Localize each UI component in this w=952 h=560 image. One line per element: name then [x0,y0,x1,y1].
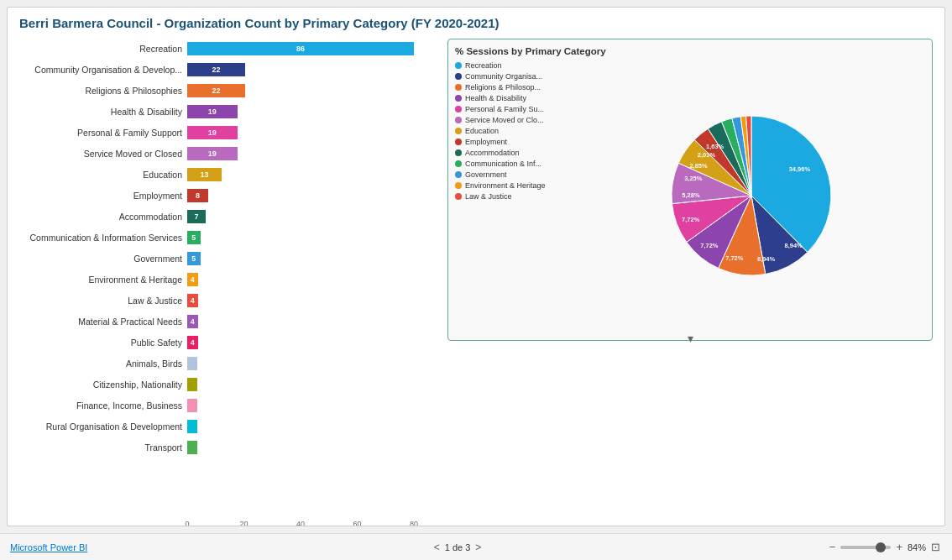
bar-chart-section: Recreation86Community Organisation & Dev… [19,39,439,518]
bar-row[interactable]: Environment & Heritage4 [19,270,439,289]
legend-dot [455,84,462,91]
bar-container: 4 [187,273,439,286]
zoom-level: 84% [908,542,926,552]
pie-label: 3,25% [684,175,703,182]
legend-label: Law & Justice [465,192,512,201]
bar-fill [187,357,197,370]
pie-label: 5,28% [682,191,700,199]
legend-label: Accommodation [465,149,520,157]
legend-item[interactable]: Recreation [455,61,577,70]
pie-legend: RecreationCommunity Organisa...Religions… [455,61,577,330]
pie-label: 2,85% [689,162,708,170]
bar-label: Religions & Philosophies [19,86,187,96]
bar-fill: 22 [187,84,245,97]
pie-svg: 34,96%8,94%8,94%7,72%7,72%7,72%5,28%3,25… [659,103,844,288]
bar-row[interactable]: Health & Disability19 [19,102,439,121]
bar-row[interactable]: Employment8 [19,186,439,205]
bar-label: Law & Justice [19,296,187,306]
bar-container: 22 [187,63,439,76]
legend-dot [455,160,462,167]
bar-row[interactable]: Community Organisation & Develop...22 [19,60,439,79]
bar-container [187,357,439,370]
legend-label: Service Moved or Clo... [465,116,544,124]
pie-label: 8,94% [784,242,803,249]
x-tick: 60 [353,520,361,526]
bar-fill: 86 [187,42,414,55]
legend-dot [455,182,462,189]
pie-scroll-indicator[interactable]: ▾ [455,332,925,345]
bar-label: Communication & Information Services [19,233,187,243]
legend-dot [455,117,462,123]
legend-item[interactable]: Religions & Philosop... [455,83,577,92]
bar-container: 8 [187,189,439,202]
legend-item[interactable]: Government [455,170,577,179]
zoom-in-button[interactable]: + [894,541,904,553]
bar-row[interactable]: Public Safety4 [19,332,439,352]
bar-row[interactable]: Education13 [19,165,439,184]
x-tick: 80 [410,520,418,526]
bar-row[interactable]: Citizenship, Nationality [19,374,439,394]
bar-fill: 4 [187,336,198,349]
legend-label: Education [465,127,499,135]
legend-item[interactable]: Education [455,127,577,135]
legend-item[interactable]: Personal & Family Su... [455,105,577,113]
bar-fill: 4 [187,315,198,328]
legend-item[interactable]: Environment & Heritage [455,181,577,190]
bottom-bar: Microsoft Power BI < 1 de 3 > − + 84% ⊡ [0,533,952,560]
bar-row[interactable]: Accommodation7 [19,207,439,226]
bar-row[interactable]: Material & Practical Needs4 [19,311,439,331]
pie-section: % Sessions by Primary Category Recreatio… [447,39,933,518]
legend-label: Environment & Heritage [465,181,546,190]
prev-page-button[interactable]: < [434,542,440,553]
bar-container: 7 [187,210,439,223]
pie-card: % Sessions by Primary Category Recreatio… [447,39,933,341]
legend-dot [455,139,462,145]
bar-label: Recreation [19,44,187,54]
bar-row[interactable]: Law & Justice4 [19,290,439,310]
bar-row[interactable]: Religions & Philosophies22 [19,81,439,100]
next-page-button[interactable]: > [475,542,481,553]
bar-row[interactable]: Finance, Income, Business [19,395,439,415]
bar-row[interactable]: Recreation86 [19,39,439,58]
zoom-out-button[interactable]: − [828,541,838,553]
bar-container [187,441,439,454]
page-title: Berri Barmera Council - Organization Cou… [19,16,933,30]
legend-item[interactable]: Accommodation [455,149,577,157]
legend-item[interactable]: Employment [455,138,577,146]
legend-item[interactable]: Service Moved or Clo... [455,116,577,124]
powerbi-brand-link[interactable]: Microsoft Power BI [10,542,87,552]
bar-row[interactable]: Service Moved or Closed19 [19,144,439,163]
bar-row[interactable]: Communication & Information Services5 [19,228,439,247]
main-panel: Berri Barmera Council - Organization Cou… [7,7,945,526]
bar-container: 13 [187,168,439,181]
legend-item[interactable]: Communication & Inf... [455,160,577,168]
bar-label: Material & Practical Needs [19,317,187,327]
legend-item[interactable]: Community Organisa... [455,72,577,81]
bar-label: Personal & Family Support [19,128,187,138]
legend-label: Government [465,170,507,179]
bar-label: Education [19,170,187,180]
legend-item[interactable]: Law & Justice [455,192,577,201]
legend-item[interactable]: Health & Disability [455,94,577,102]
bar-row[interactable]: Rural Organisation & Development [19,416,439,436]
bar-label: Accommodation [19,212,187,222]
bar-row[interactable]: Government5 [19,249,439,268]
pie-label: 1,63% [706,143,724,150]
bar-row[interactable]: Animals, Birds [19,353,439,373]
bar-container: 5 [187,231,439,244]
bar-container: 22 [187,84,439,97]
bar-fill: 4 [187,294,198,307]
bar-fill: 19 [187,105,238,118]
bar-row[interactable]: Personal & Family Support19 [19,123,439,142]
bar-label: Citizenship, Nationality [19,379,187,390]
pagination: < 1 de 3 > [434,542,482,553]
legend-label: Health & Disability [465,94,526,102]
legend-dot [455,106,462,113]
bar-label: Rural Organisation & Development [19,421,187,432]
zoom-slider[interactable] [840,546,891,549]
bar-fill: 5 [187,231,201,244]
pie-label: 34,96% [788,165,810,173]
bar-row[interactable]: Transport [19,437,439,457]
fit-page-button[interactable]: ⊡ [929,541,942,553]
zoom-slider-thumb [876,542,886,552]
